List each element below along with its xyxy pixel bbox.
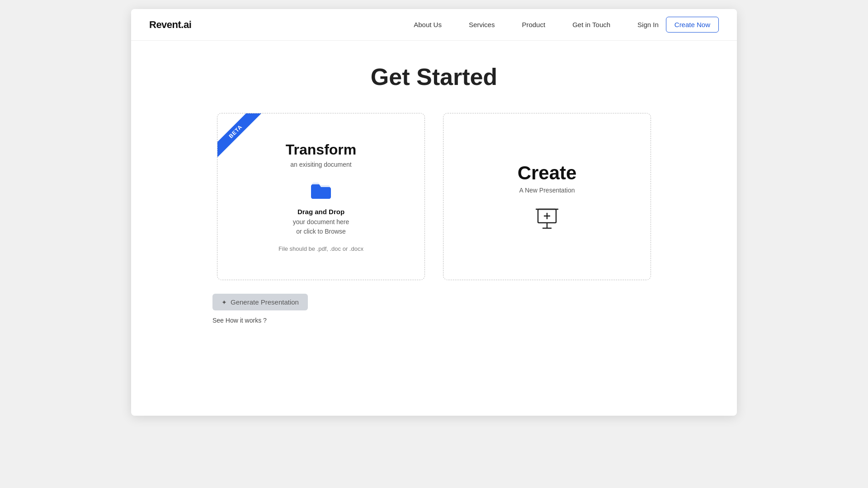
transform-subtitle: an exisiting document	[290, 161, 351, 168]
main-content: Get Started BETA Transform an exisiting …	[131, 41, 737, 351]
nav-link-services[interactable]: Services	[469, 21, 495, 28]
create-subtitle: A New Presentation	[519, 187, 575, 194]
beta-ribbon: BETA	[217, 113, 272, 168]
drag-drop-sub: your document hereor click to Browse	[293, 217, 349, 236]
page-title: Get Started	[158, 63, 710, 90]
generate-btn-label: Generate Presentation	[231, 298, 299, 306]
nav-link-about[interactable]: About Us	[414, 21, 442, 28]
sign-in-button[interactable]: Sign In	[637, 21, 659, 28]
create-title: Create	[518, 162, 577, 184]
nav-link-product[interactable]: Product	[522, 21, 545, 28]
beta-label: BETA	[217, 113, 262, 158]
drag-drop-label: Drag and Drop	[297, 208, 344, 216]
cards-row: BETA Transform an exisiting document Dra…	[158, 113, 710, 280]
create-card[interactable]: Create A New Presentation	[443, 113, 651, 280]
navbar: Revent.ai About Us Services Product Get …	[131, 9, 737, 41]
nav-links: About Us Services Product Get in Touch	[414, 21, 610, 28]
nav-link-contact[interactable]: Get in Touch	[572, 21, 610, 28]
folder-icon	[310, 182, 332, 199]
transform-card[interactable]: BETA Transform an exisiting document Dra…	[217, 113, 425, 280]
logo: Revent.ai	[149, 19, 191, 31]
generate-presentation-button[interactable]: ✦ Generate Presentation	[212, 294, 308, 310]
page-wrapper: Revent.ai About Us Services Product Get …	[131, 9, 737, 416]
bottom-actions: ✦ Generate Presentation See How it works…	[158, 294, 710, 324]
file-hint: File should be .pdf, .doc or .docx	[278, 245, 363, 252]
see-how-link[interactable]: See How it works ?	[212, 317, 267, 324]
sparkle-icon: ✦	[222, 299, 227, 306]
presentation-icon	[535, 207, 559, 231]
nav-actions: Sign In Create Now	[637, 17, 719, 33]
create-now-button[interactable]: Create Now	[666, 17, 719, 33]
folder-icon-wrapper	[310, 182, 332, 201]
transform-title: Transform	[286, 141, 356, 158]
